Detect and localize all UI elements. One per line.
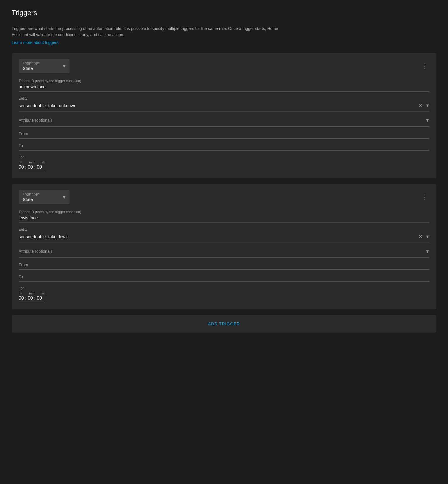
mm-label-2: mm — [29, 292, 34, 295]
ss-label-1: ss — [42, 160, 45, 164]
trigger-card-2: Trigger type State ▾ ⋮ Trigger ID (used … — [12, 184, 436, 309]
trigger-type-label-1: Trigger type — [23, 61, 40, 65]
to-label-1: To — [19, 143, 23, 148]
trigger-type-chevron-1: ▾ — [63, 63, 65, 69]
trigger-type-value-2: State — [23, 197, 40, 202]
trigger-type-label-2: Trigger type — [23, 192, 40, 196]
trigger-id-value-2[interactable]: lewis face — [19, 215, 429, 223]
entity-clear-btn-2[interactable]: ✕ — [418, 233, 423, 240]
trigger-id-value-1[interactable]: unknown face — [19, 84, 429, 92]
learn-more-link[interactable]: Learn more about triggers — [12, 40, 58, 45]
to-field-2: To — [19, 274, 429, 282]
from-field-2: From — [19, 262, 429, 270]
to-label-2: To — [19, 274, 23, 279]
attribute-field-1[interactable]: Attribute (optional) ▾ — [19, 116, 429, 127]
for-section-2: For hh mm ss 00 : 00 : 00 — [19, 286, 429, 302]
attribute-label-2: Attribute (optional) — [19, 249, 52, 254]
from-label-2: From — [19, 262, 28, 267]
trigger-card-1-header: Trigger type State ▾ ⋮ — [19, 59, 429, 73]
for-label-2: For — [19, 286, 429, 290]
entity-dropdown-btn-2[interactable]: ▾ — [426, 233, 429, 240]
hh-label-2: hh — [19, 292, 22, 295]
ss-label-2: ss — [42, 292, 45, 295]
trigger-more-menu-1[interactable]: ⋮ — [419, 61, 429, 71]
trigger-type-select-2[interactable]: Trigger type State ▾ — [19, 190, 70, 204]
entity-field-1: Entity sensor.double_take_unknown ✕ ▾ — [19, 96, 429, 112]
time-labels-2: hh mm ss — [19, 292, 429, 295]
mm-label-1: mm — [29, 160, 34, 164]
trigger-type-value-1: State — [23, 66, 40, 71]
trigger-type-chevron-2: ▾ — [63, 194, 65, 200]
attribute-dropdown-btn-1[interactable]: ▾ — [426, 116, 429, 124]
trigger-id-field-2: Trigger ID (used by the trigger conditio… — [19, 210, 429, 223]
entity-dropdown-btn-1[interactable]: ▾ — [426, 102, 429, 109]
add-trigger-label: ADD TRIGGER — [208, 322, 240, 326]
entity-clear-btn-1[interactable]: ✕ — [418, 102, 423, 109]
entity-input-row-2: sensor.double_take_lewis ✕ ▾ — [19, 233, 429, 243]
trigger-id-label-2: Trigger ID (used by the trigger conditio… — [19, 210, 429, 214]
attribute-label-1: Attribute (optional) — [19, 118, 52, 123]
time-labels-1: hh mm ss — [19, 160, 429, 164]
trigger-more-menu-2[interactable]: ⋮ — [419, 192, 429, 202]
page-title: Triggers — [12, 9, 436, 17]
for-label-1: For — [19, 155, 429, 159]
entity-input-row-1: sensor.double_take_unknown ✕ ▾ — [19, 102, 429, 112]
trigger-id-label-1: Trigger ID (used by the trigger conditio… — [19, 79, 429, 83]
add-trigger-bar[interactable]: ADD TRIGGER — [12, 315, 436, 333]
entity-field-2: Entity sensor.double_take_lewis ✕ ▾ — [19, 227, 429, 243]
hh-label-1: hh — [19, 160, 22, 164]
entity-value-2: sensor.double_take_lewis — [19, 234, 418, 239]
from-label-1: From — [19, 131, 28, 136]
entity-value-1: sensor.double_take_unknown — [19, 103, 418, 108]
entity-label-2: Entity — [19, 227, 429, 232]
page-description: Triggers are what starts the processing … — [12, 26, 291, 38]
attribute-dropdown-btn-2[interactable]: ▾ — [426, 248, 429, 255]
entity-label-1: Entity — [19, 96, 429, 100]
attribute-field-2[interactable]: Attribute (optional) ▾ — [19, 248, 429, 258]
from-field-1: From — [19, 131, 429, 139]
time-value-1[interactable]: 00 : 00 : 00 — [19, 165, 45, 171]
to-field-1: To — [19, 143, 429, 151]
trigger-card-1: Trigger type State ▾ ⋮ Trigger ID (used … — [12, 53, 436, 178]
for-section-1: For hh mm ss 00 : 00 : 00 — [19, 155, 429, 171]
trigger-id-field-1: Trigger ID (used by the trigger conditio… — [19, 79, 429, 92]
time-value-2[interactable]: 00 : 00 : 00 — [19, 296, 45, 302]
trigger-card-2-header: Trigger type State ▾ ⋮ — [19, 190, 429, 204]
trigger-type-select-1[interactable]: Trigger type State ▾ — [19, 59, 70, 73]
